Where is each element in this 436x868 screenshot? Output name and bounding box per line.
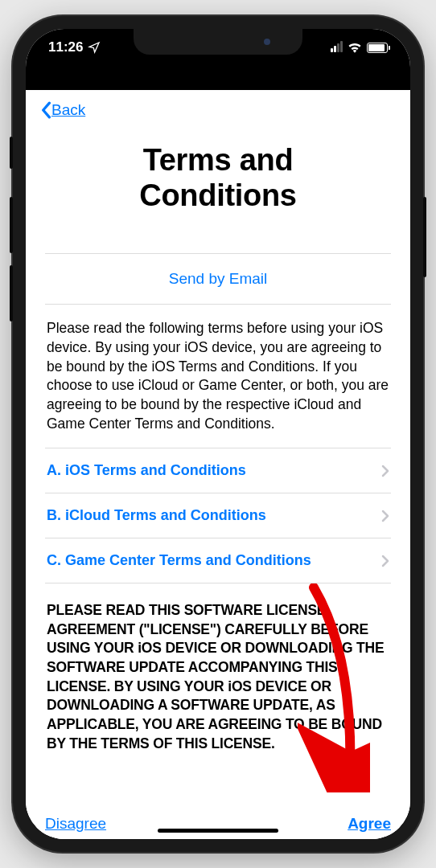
volume-down-button: [10, 265, 13, 321]
title-section: Terms and Conditions: [26, 129, 410, 253]
chevron-right-icon: [381, 465, 389, 477]
back-label: Back: [51, 101, 85, 119]
back-button[interactable]: Back: [40, 101, 85, 119]
location-icon: [88, 41, 101, 54]
nav-bar: Back: [26, 90, 410, 129]
notch: [134, 29, 302, 55]
volume-up-button: [10, 197, 13, 253]
terms-label: A. iOS Terms and Conditions: [47, 462, 246, 479]
wifi-icon: [348, 42, 362, 53]
chevron-left-icon: [40, 101, 51, 119]
modal-sheet: Back Terms and Conditions Send by Email …: [26, 90, 410, 839]
license-faded-text: DO NOT AGREE TO THE TERMS OF THIS LICENS…: [45, 769, 391, 807]
terms-row-icloud[interactable]: B. iCloud Terms and Conditions: [45, 493, 391, 538]
footer-bar: Disagree Agree: [26, 807, 410, 839]
send-by-email-button[interactable]: Send by Email: [45, 254, 391, 304]
status-time: 11:26: [48, 39, 83, 55]
power-button: [423, 197, 426, 277]
terms-label: C. Game Center Terms and Conditions: [47, 552, 311, 569]
screen: 11:26 Back: [26, 29, 410, 839]
terms-row-ios[interactable]: A. iOS Terms and Conditions: [45, 448, 391, 493]
terms-row-gamecenter[interactable]: C. Game Center Terms and Conditions: [45, 538, 391, 583]
agree-button[interactable]: Agree: [348, 815, 391, 833]
phone-frame: 11:26 Back: [13, 16, 423, 852]
battery-icon: [367, 43, 388, 53]
camera-dot: [264, 39, 270, 45]
sheet-backdrop: [26, 66, 410, 90]
mute-switch: [10, 137, 13, 169]
terms-label: B. iCloud Terms and Conditions: [47, 507, 266, 524]
disagree-button[interactable]: Disagree: [45, 815, 106, 833]
intro-text: Please read the following terms before u…: [45, 305, 391, 448]
chevron-right-icon: [381, 510, 389, 522]
content-area[interactable]: Send by Email Please read the following …: [26, 253, 410, 807]
page-title: Terms and Conditions: [42, 143, 394, 213]
chevron-right-icon: [381, 555, 389, 567]
home-indicator[interactable]: [158, 829, 278, 833]
signal-icon: [331, 43, 343, 52]
license-text: PLEASE READ THIS SOFTWARE LICENSE AGREEM…: [45, 583, 391, 753]
